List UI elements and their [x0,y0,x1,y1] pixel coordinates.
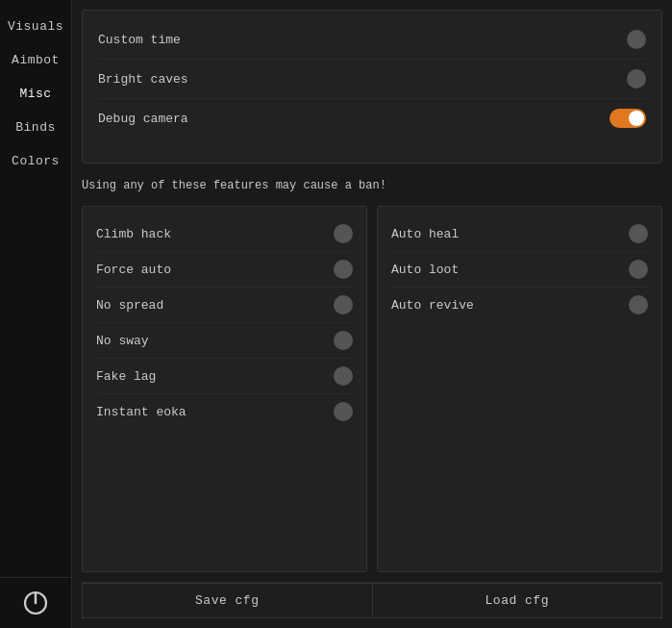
fake-lag-label: Fake lag [96,369,156,384]
force-auto-row: Force auto [96,252,353,288]
custom-time-label: Custom time [98,33,181,47]
bottom-bar: Save cfg Load cfg [82,582,662,618]
instant-eoka-toggle[interactable] [334,402,353,421]
sidebar-item-misc[interactable]: Misc [0,77,71,111]
force-auto-toggle[interactable] [334,260,353,279]
force-auto-label: Force auto [96,263,171,277]
sidebar-item-aimbot[interactable]: Aimbot [0,43,71,77]
auto-revive-row: Auto revive [391,288,648,322]
debug-camera-toggle[interactable] [610,109,646,128]
sidebar-item-binds[interactable]: Binds [0,111,71,144]
auto-loot-label: Auto loot [391,263,459,277]
lower-panels: Climb hack Force auto No spread No sway … [82,206,662,572]
no-sway-row: No sway [96,323,353,359]
sidebar-item-visuals[interactable]: Visuals [0,10,71,43]
right-feature-panel: Auto heal Auto loot Auto revive [377,206,662,572]
bright-caves-toggle[interactable] [627,69,646,88]
climb-hack-label: Climb hack [96,227,171,241]
no-spread-row: No spread [96,288,353,323]
auto-heal-row: Auto heal [391,216,648,252]
power-button[interactable] [0,577,71,628]
sidebar-item-colors[interactable]: Colors [0,144,71,178]
auto-revive-label: Auto revive [391,298,474,313]
auto-loot-row: Auto loot [391,252,648,288]
save-cfg-button[interactable]: Save cfg [82,583,372,618]
instant-eoka-row: Instant eoka [96,394,353,429]
no-sway-label: No sway [96,334,149,348]
climb-hack-row: Climb hack [96,216,353,252]
instant-eoka-label: Instant eoka [96,405,187,419]
left-feature-panel: Climb hack Force auto No spread No sway … [82,206,367,572]
bright-caves-label: Bright caves [98,72,188,87]
debug-camera-label: Debug camera [98,112,188,126]
auto-heal-toggle[interactable] [629,224,648,243]
auto-revive-toggle[interactable] [629,295,648,314]
no-spread-toggle[interactable] [334,295,353,314]
fake-lag-row: Fake lag [96,359,353,394]
debug-camera-row: Debug camera [98,99,646,138]
auto-loot-toggle[interactable] [629,260,648,279]
fake-lag-toggle[interactable] [334,366,353,386]
load-cfg-button[interactable]: Load cfg [372,583,663,618]
custom-time-toggle[interactable] [627,30,646,49]
auto-heal-label: Auto heal [391,227,459,241]
sidebar: Visuals Aimbot Misc Binds Colors [0,0,72,628]
custom-time-row: Custom time [98,20,646,60]
bright-caves-row: Bright caves [98,60,646,99]
top-panel: Custom time Bright caves Debug camera [82,10,662,163]
no-sway-toggle[interactable] [334,331,353,350]
climb-hack-toggle[interactable] [334,224,353,243]
power-icon [22,590,49,616]
main-content: Custom time Bright caves Debug camera Us… [72,0,672,628]
warning-text: Using any of these features may cause a … [82,173,662,196]
no-spread-label: No spread [96,298,163,313]
